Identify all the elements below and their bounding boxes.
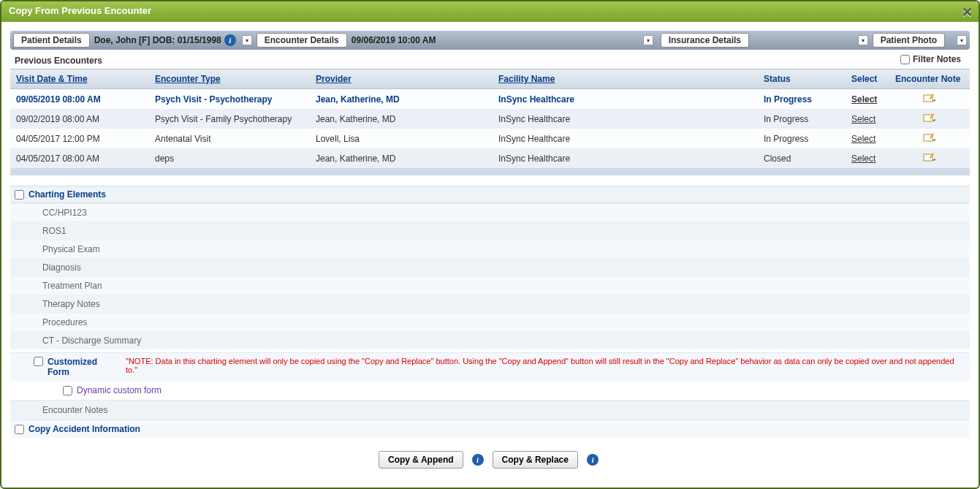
tab-label: Patient Details: [21, 35, 82, 45]
cell-visit: 09/02/2019 08:00 AM: [10, 109, 149, 129]
table-row: 04/05/2017 12:00 PMAntenatal VisitLovell…: [10, 129, 970, 148]
cell-visit[interactable]: 09/05/2019 08:00 AM: [10, 89, 149, 110]
filter-notes-label: Filter Notes: [913, 54, 961, 64]
charting-element-row[interactable]: CT - Discharge Summary: [10, 331, 970, 349]
select-link[interactable]: Select: [851, 153, 875, 164]
cell-type: deps: [149, 148, 310, 168]
tab-patient-photo[interactable]: Patient Photo: [873, 33, 945, 48]
encounter-dropdown[interactable]: ▾: [643, 35, 653, 45]
cell-facility: InSync Healthcare: [493, 109, 758, 129]
cell-facility: InSync Healthcare: [493, 148, 758, 168]
tab-label: Encounter Details: [265, 35, 339, 45]
customized-form-checkbox[interactable]: [34, 357, 43, 366]
charting-element-row[interactable]: ROS1: [10, 221, 970, 240]
copy-append-button[interactable]: Copy & Append: [379, 451, 463, 469]
table-row: 04/05/2017 08:00 AMdepsJean, Katherine, …: [10, 148, 970, 168]
context-header: Patient Details Doe, John [F] DOB: 01/15…: [10, 31, 970, 50]
encounter-note-icon[interactable]: [923, 113, 936, 123]
close-icon[interactable]: ✕: [962, 4, 973, 20]
charting-element-row[interactable]: Treatment Plan: [10, 276, 970, 295]
charting-element-row[interactable]: Diagnosis: [10, 258, 970, 276]
svg-marker-5: [933, 119, 935, 121]
select-link[interactable]: Select: [851, 114, 875, 124]
charting-element-row[interactable]: Procedures: [10, 313, 970, 331]
filter-notes-checkbox[interactable]: [900, 55, 910, 64]
cell-provider: Jean, Katherine, MD: [310, 148, 493, 168]
info-icon[interactable]: i: [224, 34, 236, 46]
encounter-note-icon[interactable]: [923, 132, 936, 143]
cell-provider: Lovell, Lisa: [310, 129, 493, 148]
tab-label: Patient Photo: [881, 35, 937, 45]
encounter-summary: 09/06/2019 10:00 AM: [352, 35, 436, 45]
copy-accident-label: Copy Accident Information: [29, 424, 140, 434]
table-row: 09/02/2019 08:00 AMPsych Visit - Family …: [10, 109, 970, 129]
cell-status: Closed: [758, 148, 846, 168]
svg-marker-11: [933, 159, 935, 161]
col-provider[interactable]: Provider: [310, 69, 493, 89]
tab-encounter-details[interactable]: Encounter Details: [257, 33, 347, 48]
cell-visit: 04/05/2017 12:00 PM: [10, 129, 149, 148]
cell-type[interactable]: Psych Visit - Psychotherapy: [149, 89, 310, 110]
dynamic-form-checkbox[interactable]: [63, 386, 72, 395]
tab-patient-details[interactable]: Patient Details: [13, 33, 90, 48]
select-link[interactable]: Select: [851, 94, 877, 105]
cell-status: In Progress: [758, 109, 846, 129]
cell-visit: 04/05/2017 08:00 AM: [10, 148, 149, 168]
col-facility[interactable]: Facility Name: [493, 69, 758, 89]
copy-replace-button[interactable]: Copy & Replace: [493, 451, 578, 469]
insurance-dropdown[interactable]: ▾: [858, 35, 868, 45]
encounter-note-icon[interactable]: [923, 152, 936, 162]
modal-title: Copy From Previous Encounter: [9, 5, 151, 16]
col-select: Select: [846, 69, 889, 89]
cell-status: In Progress: [758, 129, 846, 148]
cell-provider[interactable]: Jean, Katherine, MD: [310, 89, 493, 110]
cell-type: Psych Visit - Family Psychotherapy: [149, 109, 310, 129]
svg-marker-8: [933, 139, 935, 141]
cell-type: Antenatal Visit: [149, 129, 310, 148]
photo-dropdown[interactable]: ▾: [957, 35, 967, 45]
cell-status: In Progress: [758, 89, 846, 110]
info-icon[interactable]: i: [587, 454, 599, 466]
customized-form-note: "NOTE: Data in this charting element wil…: [126, 357, 965, 374]
col-type[interactable]: Encounter Type: [149, 69, 310, 89]
encounter-notes-row: Encounter Notes: [10, 400, 970, 420]
dynamic-form-label: Dynamic custom form: [77, 385, 162, 395]
copy-accident-checkbox[interactable]: [15, 425, 24, 434]
charting-element-row[interactable]: Therapy Notes: [10, 295, 970, 313]
customized-form-label: Customized Form: [48, 357, 121, 377]
patient-dropdown[interactable]: ▾: [242, 35, 252, 45]
info-icon[interactable]: i: [472, 454, 484, 466]
select-link[interactable]: Select: [851, 134, 875, 144]
tab-label: Insurance Details: [669, 35, 741, 45]
charting-elements-checkbox[interactable]: [15, 190, 24, 200]
col-status: Status: [758, 69, 846, 89]
cell-provider: Jean, Katherine, MD: [310, 109, 493, 129]
charting-element-row[interactable]: CC/HPI123: [10, 203, 970, 221]
col-visit[interactable]: Visit Date & Time: [10, 69, 149, 89]
charting-elements-header: Charting Elements: [10, 186, 970, 203]
svg-marker-2: [933, 99, 935, 102]
charting-elements-label: Charting Elements: [29, 189, 106, 200]
encounter-note-icon[interactable]: [923, 93, 936, 103]
previous-encounters-label: Previous Encounters: [15, 56, 979, 66]
table-row: 09/05/2019 08:00 AMPsych Visit - Psychot…: [10, 89, 970, 110]
col-note: Encounter Note: [889, 69, 970, 89]
cell-facility[interactable]: InSync Healthcare: [493, 89, 758, 110]
tab-insurance-details[interactable]: Insurance Details: [661, 33, 749, 48]
cell-facility: InSync Healthcare: [493, 129, 758, 148]
previous-encounters-table: Visit Date & Time Encounter Type Provide…: [10, 69, 970, 175]
patient-summary: Doe, John [F] DOB: 01/15/1998: [94, 35, 221, 45]
charting-element-row[interactable]: Physical Exam: [10, 240, 970, 258]
